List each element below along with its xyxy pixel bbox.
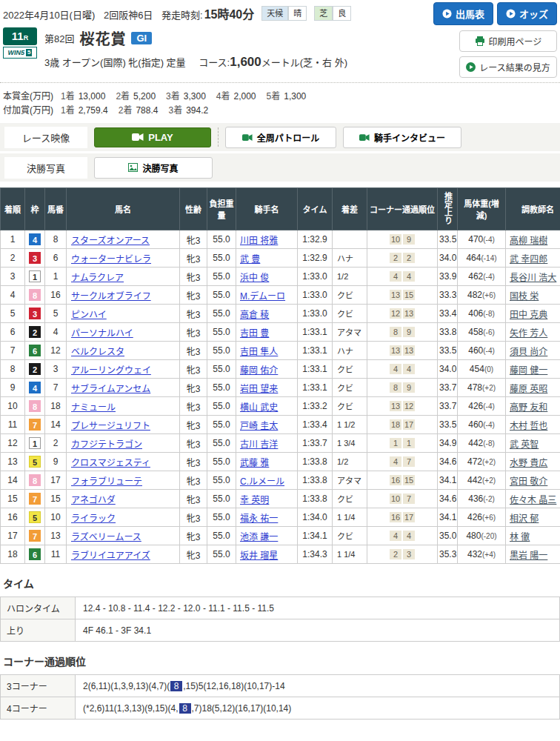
margin: クビ bbox=[333, 305, 367, 323]
horse-name-link[interactable]: ナムラクレア bbox=[71, 273, 124, 283]
trainer-link[interactable]: 高野 友和 bbox=[510, 402, 547, 413]
trainer-cell: 国枝 栄 bbox=[506, 286, 560, 305]
trainer-cell: 黒岩 陽一 bbox=[506, 545, 560, 564]
jockey-link[interactable]: 横山 武史 bbox=[240, 402, 278, 413]
trainer-link[interactable]: 田中 克典 bbox=[510, 310, 547, 320]
horse-name-link[interactable]: フォラブリューテ bbox=[71, 476, 142, 487]
body-weight: 458(-6) bbox=[458, 323, 506, 342]
trainer-link[interactable]: 藤原 英昭 bbox=[510, 384, 547, 394]
jockey-link[interactable]: 吉田 隼人 bbox=[240, 347, 278, 357]
trainer-link[interactable]: 佐々木 晶三 bbox=[510, 495, 556, 505]
frame-badge: 8 bbox=[29, 474, 41, 486]
horse-name-link[interactable]: パーソナルハイ bbox=[71, 328, 133, 339]
horse-name-link[interactable]: アネゴハダ bbox=[71, 495, 116, 505]
horse-name-link[interactable]: ラブリイユアアイズ bbox=[71, 551, 150, 561]
body-weight: 478(+2) bbox=[458, 379, 506, 397]
trainer-link[interactable]: 黒岩 陽一 bbox=[510, 551, 547, 561]
horse-name-link[interactable]: ピンハイ bbox=[71, 310, 107, 320]
trainer-link[interactable]: 長谷川 浩大 bbox=[510, 273, 556, 283]
horse-name-link[interactable]: カフジテトラゴン bbox=[71, 439, 142, 450]
trainer-link[interactable]: 藤岡 健一 bbox=[510, 365, 547, 376]
sex-age: 牝3 bbox=[180, 490, 207, 508]
horse-name-link[interactable]: ナミュール bbox=[71, 402, 116, 413]
prize-pair: 5着1,300 bbox=[267, 91, 307, 102]
print-page-button[interactable]: 印刷用ページ bbox=[459, 30, 557, 52]
horse-name-link[interactable]: サブライムアンセム bbox=[71, 384, 150, 394]
jockey-link[interactable]: 福永 祐一 bbox=[240, 514, 278, 524]
trainer-link[interactable]: 相沢 郁 bbox=[510, 514, 539, 524]
horse-name-link[interactable]: プレサージュリフト bbox=[71, 421, 150, 431]
jockey-interview-button[interactable]: 騎手インタビュー bbox=[343, 127, 461, 148]
finish-position: 17 bbox=[1, 527, 25, 545]
jockey-link[interactable]: 岩田 望来 bbox=[240, 384, 278, 394]
corner3-position: 4 bbox=[390, 271, 401, 282]
result-guide-button[interactable]: レース結果の見方 bbox=[459, 56, 557, 78]
result-row: 3 1 1 ナムラクレア 牝3 55.0 浜中 俊 1:33.0 1/2 44 … bbox=[1, 268, 560, 286]
horse-name-link[interactable]: ラズベリームース bbox=[71, 532, 141, 542]
trainer-link[interactable]: 矢作 芳人 bbox=[510, 328, 547, 339]
finish-photo-button[interactable]: 決勝写真 bbox=[94, 157, 213, 179]
trainer-link[interactable]: 宮田 敬介 bbox=[510, 476, 547, 487]
jockey-link[interactable]: M.デムーロ bbox=[240, 291, 285, 302]
time-row-value: 4F 46.1 - 3F 34.1 bbox=[76, 619, 560, 642]
jockey-cell: 吉田 隼人 bbox=[236, 342, 298, 360]
jockey-link[interactable]: 浜中 俊 bbox=[240, 273, 269, 283]
trainer-link[interactable]: 水野 貴広 bbox=[510, 458, 547, 468]
trainer-cell: 田中 克典 bbox=[506, 305, 560, 323]
corner3-position: 4 bbox=[390, 456, 401, 467]
jockey-link[interactable]: 古川 吉洋 bbox=[240, 439, 278, 450]
result-row: 14 8 17 フォラブリューテ 牝3 55.0 C.ルメール 1:33.8 ア… bbox=[1, 471, 560, 490]
trainer-link[interactable]: 木村 哲也 bbox=[510, 421, 547, 431]
last-3f-time: 34.0 bbox=[438, 249, 458, 268]
trainer-link[interactable]: 林 徹 bbox=[510, 532, 530, 542]
jockey-link[interactable]: 川田 将雅 bbox=[240, 236, 278, 246]
jockey-link[interactable]: 戸崎 圭太 bbox=[240, 421, 278, 431]
trainer-link[interactable]: 高柳 瑞樹 bbox=[510, 236, 547, 246]
jockey-link[interactable]: 幸 英明 bbox=[240, 495, 269, 505]
frame-badge: 6 bbox=[29, 548, 41, 560]
trainer-link[interactable]: 武 英智 bbox=[510, 439, 539, 450]
jockey-link[interactable]: 武藤 雅 bbox=[240, 458, 269, 468]
trainer-link[interactable]: 武 幸四郎 bbox=[510, 254, 547, 265]
finish-position: 16 bbox=[1, 508, 25, 527]
sex-age: 牝3 bbox=[180, 230, 207, 249]
jockey-link[interactable]: 吉田 豊 bbox=[240, 328, 269, 339]
grade-badge: GI bbox=[131, 32, 152, 44]
frame-badge: 5 bbox=[29, 511, 41, 523]
jockey-link[interactable]: C.ルメール bbox=[240, 476, 284, 487]
trainer-link[interactable]: 須貝 尚介 bbox=[510, 347, 547, 357]
jockey-cell: 藤岡 佑介 bbox=[236, 360, 298, 379]
horse-name-link[interactable]: ウォーターナビレラ bbox=[71, 254, 151, 265]
corner4-position: 17 bbox=[403, 512, 415, 522]
trainer-cell: 藤原 英昭 bbox=[506, 379, 560, 397]
odds-button[interactable]: オッズ bbox=[497, 2, 557, 25]
play-button[interactable]: PLAY bbox=[94, 127, 211, 147]
body-weight-diff: (0) bbox=[484, 365, 493, 373]
horse-number: 11 bbox=[45, 545, 67, 564]
carried-weight: 55.0 bbox=[207, 453, 236, 471]
entries-button[interactable]: 出馬表 bbox=[433, 2, 493, 25]
corner3-position: 13 bbox=[390, 345, 401, 356]
trainer-link[interactable]: 国枝 栄 bbox=[510, 291, 539, 302]
horse-name-link[interactable]: サークルオブライフ bbox=[71, 291, 151, 302]
finish-position: 15 bbox=[1, 490, 25, 508]
jockey-link[interactable]: 坂井 瑠星 bbox=[240, 551, 278, 561]
last-3f-time: 33.7 bbox=[438, 379, 458, 397]
jockey-link[interactable]: 藤岡 佑介 bbox=[240, 365, 278, 376]
race-number-badge: 11R bbox=[3, 27, 37, 45]
jockey-link[interactable]: 池添 謙一 bbox=[240, 532, 278, 542]
horse-name-link[interactable]: アルーリングウェイ bbox=[71, 365, 151, 376]
patrol-video-button[interactable]: 全周パトロール bbox=[225, 127, 336, 148]
finish-position: 2 bbox=[1, 249, 25, 268]
horse-name-link[interactable]: クロスマジェスティ bbox=[71, 458, 150, 468]
jockey-link[interactable]: 武 豊 bbox=[240, 254, 260, 265]
play-circle-icon bbox=[442, 9, 452, 19]
horse-name-link[interactable]: スターズオンアース bbox=[71, 236, 150, 246]
carried-weight: 55.0 bbox=[207, 360, 236, 379]
horse-name-link[interactable]: ライラック bbox=[71, 514, 116, 524]
horse-name-link[interactable]: ベルクレスタ bbox=[71, 347, 124, 357]
jockey-link[interactable]: 高倉 稜 bbox=[240, 310, 269, 320]
weather-value: 晴 bbox=[288, 6, 307, 21]
col-finish-position: 着順 bbox=[1, 188, 25, 230]
horse-number: 15 bbox=[45, 490, 67, 508]
